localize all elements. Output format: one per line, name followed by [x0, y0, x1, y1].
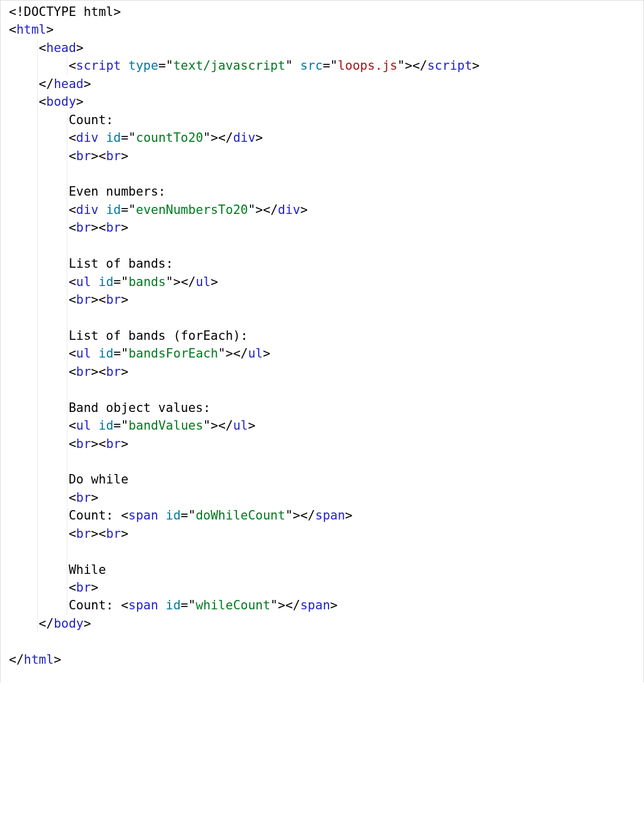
code-token: > [76, 41, 84, 55]
indent-guide [67, 417, 67, 434]
code-token: br [76, 220, 91, 235]
code-token: span [128, 598, 158, 612]
indent-guide [67, 183, 67, 200]
code-line: <ul id="bands"></ul> [1, 273, 643, 291]
indent-guide [37, 543, 38, 560]
indent-guide [67, 255, 67, 272]
code-token: < [99, 365, 106, 379]
indent-guide [37, 57, 38, 74]
code-token: </ [300, 508, 315, 522]
code-token: < [69, 418, 76, 433]
code-token: div [278, 203, 300, 217]
indent [9, 113, 69, 127]
code-token: = [323, 59, 330, 73]
code-token: " [121, 275, 129, 289]
code-token: < [99, 293, 106, 307]
code-line [1, 632, 643, 650]
code-token: > [345, 508, 353, 522]
code-token: doWhileCount [196, 508, 285, 522]
indent [9, 293, 69, 307]
code-token: </ [39, 77, 54, 91]
code-token: < [121, 508, 129, 522]
code-line: </head> [1, 75, 643, 93]
code-token: " [121, 418, 129, 433]
indent-guide [37, 111, 38, 129]
code-token: </ [181, 275, 196, 289]
code-line: </body> [1, 615, 643, 632]
code-token: whileCount [196, 598, 270, 612]
code-line [1, 543, 643, 560]
code-line: <div id="evenNumbersTo20"></div> [1, 201, 643, 219]
code-token: src [300, 59, 323, 73]
code-token: < [121, 598, 129, 612]
code-token: > [330, 598, 338, 612]
code-token: div [76, 203, 99, 217]
code-token: < [39, 41, 47, 55]
blank-line [9, 382, 17, 397]
indent-guide [67, 237, 67, 255]
code-token: </ [9, 653, 24, 667]
code-token: " [128, 203, 136, 217]
code-token: < [69, 437, 76, 451]
code-block: <!DOCTYPE html><html> <head> <script typ… [0, 0, 644, 683]
code-token: > [300, 203, 308, 217]
indent [9, 563, 69, 577]
code-token: id [166, 598, 181, 612]
code-token: script [427, 59, 472, 73]
indent-guide [37, 615, 38, 632]
code-token [99, 203, 106, 217]
code-token: > [121, 293, 129, 307]
indent-guide [37, 201, 38, 219]
code-token: < [69, 203, 76, 217]
indent-guide [67, 596, 67, 614]
indent-guide [67, 435, 67, 453]
code-line: <!DOCTYPE html> [1, 3, 643, 21]
code-token: < [9, 22, 17, 37]
code-token: id [106, 203, 121, 217]
code-token: > [226, 346, 233, 361]
code-token: > [113, 5, 121, 19]
code-token: While [69, 563, 106, 577]
code-line: Band object values: [1, 399, 643, 417]
code-token: Count: [69, 598, 121, 612]
indent-guide [67, 345, 67, 362]
code-token: id [166, 508, 181, 522]
code-token: br [106, 149, 121, 163]
code-token: div [233, 131, 255, 145]
code-token: List of bands (forEach): [69, 329, 248, 343]
code-token: = [113, 418, 121, 433]
code-token: " [203, 418, 211, 433]
indent-guide [37, 561, 38, 579]
indent-guide [37, 525, 38, 543]
code-line: <br><br> [1, 525, 643, 543]
code-token: > [76, 95, 84, 109]
indent-guide [67, 291, 67, 309]
indent-guide [67, 470, 67, 488]
code-token: " [248, 203, 256, 217]
code-token: > [472, 59, 480, 73]
code-line [1, 453, 643, 470]
code-token: " [330, 59, 338, 73]
indent-guide [67, 543, 67, 560]
code-token: = [158, 59, 166, 73]
code-line: Count: <span id="doWhileCount"></span> [1, 507, 643, 524]
indent-guide [37, 417, 38, 434]
code-token: DOCTYPE html [24, 5, 113, 19]
code-line: <br><br> [1, 291, 643, 309]
code-line: <html> [1, 21, 643, 38]
code-token: Do while [69, 472, 128, 486]
code-token: " [188, 508, 196, 522]
code-token: div [76, 131, 99, 145]
blank-line [9, 634, 17, 648]
code-token: List of bands: [69, 257, 173, 271]
code-token: bandValues [128, 418, 203, 433]
code-token: ul [76, 346, 91, 361]
code-token: " [398, 59, 405, 73]
code-token: > [121, 527, 129, 541]
indent-guide [67, 489, 67, 507]
code-line: <br><br> [1, 219, 643, 236]
indent-guide [37, 399, 38, 417]
indent-guide [37, 435, 38, 453]
code-token [158, 508, 166, 522]
indent-guide [37, 507, 38, 524]
